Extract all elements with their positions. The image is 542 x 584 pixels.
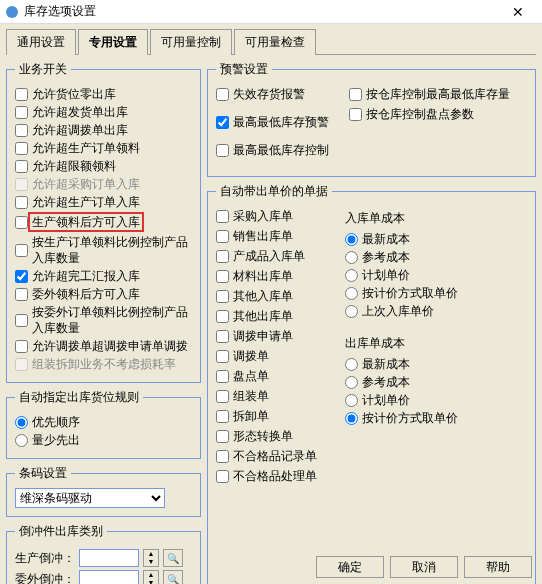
cancel-button[interactable]: 取消	[390, 556, 458, 578]
offset-lookup-0[interactable]: 🔍	[163, 549, 183, 567]
svg-point-0	[6, 6, 18, 18]
group-auto-slot: 自动指定出库货位规则 优先顺序量少先出	[6, 389, 201, 459]
offset-spin-0[interactable]: ▲▼	[143, 549, 159, 567]
offset-row-1: 委外倒冲：▲▼🔍	[15, 570, 192, 584]
app-icon	[4, 4, 20, 20]
biz-item-6[interactable]: 允许超生产订单入库	[15, 194, 192, 210]
doc-8[interactable]: 盘点单	[216, 368, 317, 384]
barcode-select[interactable]: 维深条码驱动	[15, 488, 165, 508]
doc-12[interactable]: 不合格品记录单	[216, 448, 317, 464]
biz-item-0[interactable]: 允许货位零出库	[15, 86, 192, 102]
ok-button[interactable]: 确定	[316, 556, 384, 578]
doc-3[interactable]: 材料出库单	[216, 268, 317, 284]
biz-item-9[interactable]: 允许超完工汇报入库	[15, 268, 192, 284]
out-cost-3[interactable]: 按计价方式取单价	[345, 410, 458, 426]
biz-item-2[interactable]: 允许超调拨单出库	[15, 122, 192, 138]
doc-7[interactable]: 调拨单	[216, 348, 317, 364]
group-biz-switch: 业务开关 允许货位零出库允许超发货单出库允许超调拨单出库允许超生产订单领料允许超…	[6, 61, 201, 383]
doc-5[interactable]: 其他出库单	[216, 308, 317, 324]
warn-left-0[interactable]: 失效存货报警	[216, 86, 329, 102]
biz-item-1[interactable]: 允许超发货单出库	[15, 104, 192, 120]
offset-spin-1[interactable]: ▲▼	[143, 570, 159, 584]
slot-opt-0[interactable]: 优先顺序	[15, 414, 192, 430]
biz-item-8[interactable]: 按生产订单领料比例控制产品入库数量	[15, 234, 192, 266]
doc-2[interactable]: 产成品入库单	[216, 248, 317, 264]
biz-item-11[interactable]: 按委外订单领料比例控制产品入库数量	[15, 304, 192, 336]
group-barcode: 条码设置 维深条码驱动	[6, 465, 201, 517]
out-cost-0[interactable]: 最新成本	[345, 356, 458, 372]
doc-11[interactable]: 形态转换单	[216, 428, 317, 444]
doc-10[interactable]: 拆卸单	[216, 408, 317, 424]
out-cost-1[interactable]: 参考成本	[345, 374, 458, 390]
warn-right-1[interactable]: 按仓库控制盘点参数	[349, 106, 510, 122]
biz-item-10[interactable]: 委外领料后方可入库	[15, 286, 192, 302]
offset-input-0[interactable]	[79, 549, 139, 567]
in-cost-2[interactable]: 计划单价	[345, 267, 458, 283]
biz-item-12[interactable]: 允许调拨单超调拨申请单调拨	[15, 338, 192, 354]
in-cost-4[interactable]: 上次入库单价	[345, 303, 458, 319]
doc-6[interactable]: 调拨申请单	[216, 328, 317, 344]
group-auto-price: 自动带出单价的单据 采购入库单销售出库单产成品入库单材料出库单其他入库单其他出库…	[207, 183, 536, 584]
warn-left-2[interactable]: 最高最低库存控制	[216, 142, 329, 158]
window-title: 库存选项设置	[24, 3, 498, 20]
biz-item-7[interactable]: 生产领料后方可入库	[15, 212, 192, 232]
biz-item-5: 允许超采购订单入库	[15, 176, 192, 192]
doc-9[interactable]: 组装单	[216, 388, 317, 404]
out-cost-head: 出库单成本	[345, 335, 458, 352]
doc-13[interactable]: 不合格品处理单	[216, 468, 317, 484]
in-cost-3[interactable]: 按计价方式取单价	[345, 285, 458, 301]
offset-lookup-1[interactable]: 🔍	[163, 570, 183, 584]
offset-row-0: 生产倒冲：▲▼🔍	[15, 549, 192, 567]
in-cost-0[interactable]: 最新成本	[345, 231, 458, 247]
tab-0[interactable]: 通用设置	[6, 29, 76, 55]
biz-item-13: 组装拆卸业务不考虑损耗率	[15, 356, 192, 372]
biz-item-4[interactable]: 允许超限额领料	[15, 158, 192, 174]
warn-left-1[interactable]: 最高最低库存预警	[216, 114, 329, 130]
doc-1[interactable]: 销售出库单	[216, 228, 317, 244]
close-icon[interactable]: ✕	[498, 4, 538, 20]
tab-1[interactable]: 专用设置	[78, 29, 148, 55]
in-cost-1[interactable]: 参考成本	[345, 249, 458, 265]
in-cost-head: 入库单成本	[345, 210, 458, 227]
tab-3[interactable]: 可用量检查	[234, 29, 316, 55]
offset-input-1[interactable]	[79, 570, 139, 584]
slot-opt-1[interactable]: 量少先出	[15, 432, 192, 448]
group-warning: 预警设置 失效存货报警最高最低库存预警最高最低库存控制 按仓库控制最高最低库存量…	[207, 61, 536, 177]
help-button[interactable]: 帮助	[464, 556, 532, 578]
warn-right-0[interactable]: 按仓库控制最高最低库存量	[349, 86, 510, 102]
biz-item-3[interactable]: 允许超生产订单领料	[15, 140, 192, 156]
doc-0[interactable]: 采购入库单	[216, 208, 317, 224]
group-offset: 倒冲件出库类别 生产倒冲：▲▼🔍委外倒冲：▲▼🔍	[6, 523, 201, 584]
out-cost-2[interactable]: 计划单价	[345, 392, 458, 408]
tab-2[interactable]: 可用量控制	[150, 29, 232, 55]
doc-4[interactable]: 其他入库单	[216, 288, 317, 304]
